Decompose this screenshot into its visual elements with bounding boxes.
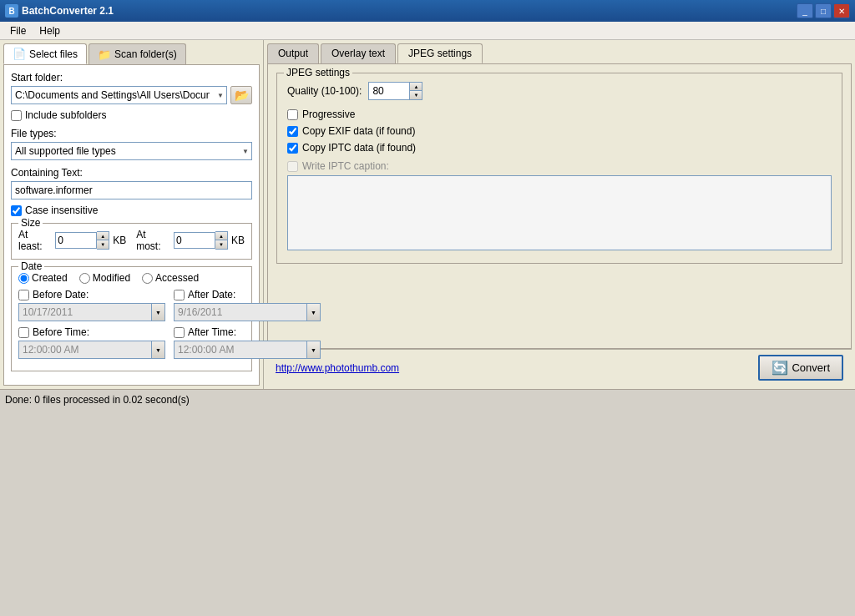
at-least-unit: KB bbox=[113, 235, 126, 246]
size-row: At least: ▲ ▼ KB At most: bbox=[18, 229, 245, 252]
at-most-label: At most: bbox=[136, 229, 170, 252]
radio-accessed-label: Accessed bbox=[155, 272, 199, 284]
copy-iptc-checkbox[interactable] bbox=[287, 143, 298, 154]
left-panel: 📄 Select files 📁 Scan folder(s) Start fo… bbox=[0, 40, 264, 389]
after-date-checkbox[interactable] bbox=[174, 290, 185, 300]
at-least-down[interactable]: ▼ bbox=[97, 240, 109, 249]
quality-spinner: ▲ ▼ bbox=[368, 82, 422, 100]
at-least-spinner-btns: ▲ ▼ bbox=[97, 231, 109, 250]
file-types-select[interactable]: All supported file types bbox=[11, 142, 252, 160]
at-most-field: At most: ▲ ▼ KB bbox=[136, 229, 245, 252]
maximize-button[interactable]: □ bbox=[815, 3, 832, 18]
quality-spinner-btns: ▲ ▼ bbox=[410, 82, 422, 100]
at-most-up[interactable]: ▲ bbox=[215, 232, 227, 240]
before-date-dropdown[interactable]: ▼ bbox=[151, 304, 164, 321]
at-least-up[interactable]: ▲ bbox=[97, 232, 109, 240]
at-most-spinner: ▲ ▼ bbox=[174, 231, 228, 250]
iptc-textarea-wrapper bbox=[287, 175, 832, 253]
tab-scan-folders-label: Scan folder(s) bbox=[114, 48, 177, 60]
file-icon: 📄 bbox=[13, 48, 26, 60]
before-time-input[interactable] bbox=[19, 341, 151, 358]
write-iptc-label: Write IPTC caption: bbox=[302, 160, 389, 172]
tab-select-files[interactable]: 📄 Select files bbox=[3, 43, 87, 64]
copy-exif-checkbox[interactable] bbox=[287, 126, 298, 137]
radio-modified[interactable] bbox=[79, 273, 90, 284]
before-time-input-wrap: ▼ bbox=[18, 341, 165, 359]
after-date-field: After Date: ▼ bbox=[174, 289, 321, 321]
case-insensitive-checkbox[interactable] bbox=[11, 205, 22, 216]
after-date-input[interactable] bbox=[175, 304, 306, 321]
before-date-checkbox[interactable] bbox=[18, 290, 29, 300]
after-date-label-row: After Date: bbox=[174, 289, 321, 300]
progressive-row: Progressive bbox=[287, 109, 832, 120]
at-most-input[interactable] bbox=[174, 232, 215, 249]
after-time-input-wrap: ▼ bbox=[174, 341, 321, 359]
include-subfolders-checkbox[interactable] bbox=[11, 110, 22, 121]
before-date-label-row: Before Date: bbox=[18, 289, 165, 300]
copy-iptc-label: Copy IPTC data (if found) bbox=[302, 142, 416, 154]
at-least-label: At least: bbox=[18, 229, 52, 252]
radio-accessed[interactable] bbox=[142, 273, 153, 284]
progressive-checkbox[interactable] bbox=[287, 109, 298, 120]
at-least-spinner: ▲ ▼ bbox=[55, 231, 109, 250]
before-time-checkbox[interactable] bbox=[18, 327, 29, 338]
browse-folder-button[interactable]: 📂 bbox=[230, 86, 252, 104]
before-date-input[interactable] bbox=[19, 304, 151, 321]
containing-text-label: Containing Text: bbox=[11, 167, 252, 179]
containing-text-input[interactable] bbox=[11, 181, 252, 199]
tab-output[interactable]: Output bbox=[267, 43, 319, 63]
at-most-down[interactable]: ▼ bbox=[215, 240, 227, 249]
convert-button[interactable]: 🔄 Convert bbox=[758, 355, 843, 381]
statusbar: Done: 0 files processed in 0.02 second(s… bbox=[0, 389, 855, 409]
include-subfolders-row: Include subfolders bbox=[11, 109, 252, 121]
include-subfolders-label: Include subfolders bbox=[25, 109, 106, 121]
tab-output-label: Output bbox=[278, 48, 308, 59]
size-group: Size At least: ▲ ▼ KB bbox=[11, 223, 252, 260]
before-time-dropdown[interactable]: ▼ bbox=[151, 341, 164, 358]
radio-created[interactable] bbox=[18, 273, 29, 284]
after-date-dropdown[interactable]: ▼ bbox=[306, 304, 320, 321]
at-least-field: At least: ▲ ▼ KB bbox=[18, 229, 126, 252]
after-time-label-row: After Time: bbox=[174, 326, 321, 338]
right-content-area: JPEG settings Quality (10-100): ▲ ▼ bbox=[267, 63, 852, 349]
after-date-label: After Date: bbox=[188, 289, 235, 300]
radio-created-item: Created bbox=[18, 272, 68, 284]
after-time-dropdown[interactable]: ▼ bbox=[306, 341, 320, 358]
quality-up[interactable]: ▲ bbox=[410, 83, 422, 91]
quality-input[interactable] bbox=[368, 82, 410, 100]
start-folder-select[interactable]: C:\Documents and Settings\All Users\Docu… bbox=[11, 86, 227, 104]
tab-overlay-text-label: Overlay text bbox=[331, 48, 385, 59]
radio-modified-item: Modified bbox=[79, 272, 130, 284]
before-time-field: Before Time: ▼ bbox=[18, 326, 165, 359]
after-time-input[interactable] bbox=[175, 341, 306, 358]
convert-icon: 🔄 bbox=[772, 360, 788, 376]
before-date-label: Before Date: bbox=[33, 289, 89, 300]
tab-overlay-text[interactable]: Overlay text bbox=[321, 43, 396, 63]
bottom-bar: http://www.photothumb.com 🔄 Convert bbox=[267, 349, 852, 386]
jpeg-group-title: JPEG settings bbox=[284, 67, 352, 78]
website-link[interactable]: http://www.photothumb.com bbox=[276, 362, 399, 374]
before-time-label: Before Time: bbox=[33, 326, 89, 338]
quality-down[interactable]: ▼ bbox=[410, 91, 422, 99]
before-date-field: Before Date: ▼ bbox=[18, 289, 165, 321]
start-folder-row: C:\Documents and Settings\All Users\Docu… bbox=[11, 86, 252, 104]
write-iptc-checkbox[interactable] bbox=[287, 161, 298, 172]
at-least-input[interactable] bbox=[55, 232, 97, 249]
folder-icon: 📁 bbox=[98, 48, 111, 61]
menu-file[interactable]: File bbox=[3, 23, 33, 38]
left-tab-bar: 📄 Select files 📁 Scan folder(s) bbox=[0, 40, 263, 64]
iptc-caption-textarea[interactable] bbox=[287, 175, 832, 250]
menu-help[interactable]: Help bbox=[33, 23, 67, 38]
after-time-checkbox[interactable] bbox=[174, 327, 185, 338]
radio-created-label: Created bbox=[32, 272, 68, 284]
close-button[interactable]: ✕ bbox=[833, 3, 850, 18]
at-most-spinner-btns: ▲ ▼ bbox=[215, 231, 228, 250]
time-before-after-row: Before Time: ▼ After Time: bbox=[18, 326, 245, 359]
tab-jpeg-settings-label: JPEG settings bbox=[408, 48, 472, 59]
minimize-button[interactable]: _ bbox=[797, 3, 813, 18]
after-time-label: After Time: bbox=[188, 326, 236, 338]
case-insensitive-label: Case insensitive bbox=[25, 204, 98, 216]
tab-jpeg-settings[interactable]: JPEG settings bbox=[397, 43, 483, 63]
date-before-after-row: Before Date: ▼ After Date: bbox=[18, 289, 245, 321]
tab-scan-folders[interactable]: 📁 Scan folder(s) bbox=[89, 43, 186, 64]
